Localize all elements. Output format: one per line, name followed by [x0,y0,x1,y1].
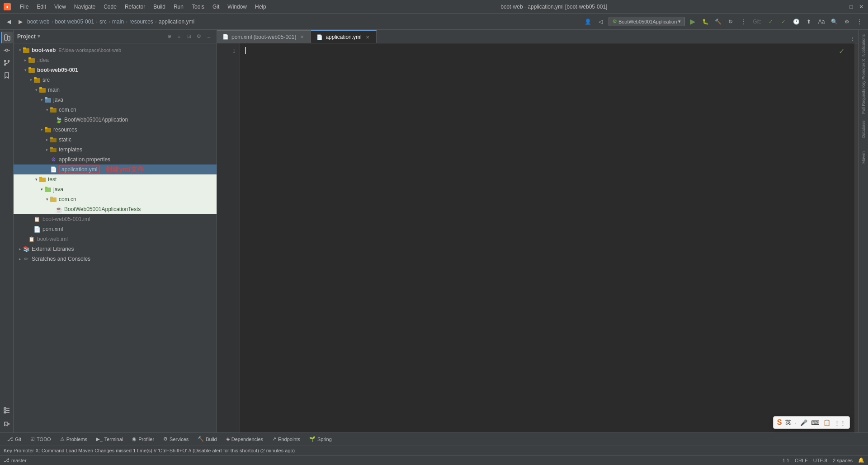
editor-scrollbar[interactable] [854,43,858,432]
menu-tools[interactable]: Tools [188,3,208,11]
menu-window[interactable]: Window [224,3,250,11]
tree-item-comcn-test[interactable]: ▾ com.cn [14,194,217,204]
tree-item-static[interactable]: ▸ static [14,135,217,145]
tree-item-appyml[interactable]: ▸ 📄 application.yml 创建yml文件 [14,164,217,174]
encoding[interactable]: UTF-8 [813,458,827,463]
breadcrumb-resources[interactable]: resources [129,19,153,25]
tree-item-module[interactable]: ▾ boot-web05-001 [14,65,217,75]
tree-item-main[interactable]: ▾ main [14,85,217,95]
panel-notifications[interactable]: Notifications [859,32,868,59]
tab-pom-xml[interactable]: 📄 pom.xml (boot-web05-001) ✕ [217,30,311,43]
panel-database[interactable]: Database [859,116,868,143]
tree-item-templates[interactable]: ▸ templates [14,145,217,155]
nav-back-icon[interactable]: ◁ [596,17,606,27]
chinese-input-grid[interactable]: ⋮⋮ [834,419,846,426]
run-button[interactable]: ▶ [688,17,698,27]
back-button[interactable]: ◀ [4,17,14,27]
settings-icon[interactable]: ⚙ [842,17,852,27]
bottom-tab-git[interactable]: ⎇ Git [4,434,25,444]
menu-file[interactable]: File [16,3,32,11]
cursor-position[interactable]: 1:1 [783,458,789,463]
chinese-input-layout[interactable]: 📋 [823,419,830,426]
tree-item-idea[interactable]: ▸ .idea [14,55,217,65]
menu-view[interactable]: View [51,3,70,11]
panel-settings-btn[interactable]: ⚙ [195,33,203,41]
sync-button[interactable]: ↻ [726,17,736,27]
breadcrumb-module[interactable]: boot-web05-001 [55,19,94,25]
file-tree[interactable]: ▾ boot-web E:\idea-workspace\boot-web ▸ … [14,43,217,432]
tab-application-yml[interactable]: 📄 application.yml ✕ [311,30,376,43]
chinese-input-mode[interactable]: 英 [785,418,791,427]
git-check-icon[interactable]: ✓ [766,17,776,27]
tree-item-appproperties[interactable]: ▸ ⚙ application.properties [14,155,217,164]
tree-item-src[interactable]: ▾ src [14,75,217,85]
tree-item-scratches[interactable]: ▸ ✏ Scratches and Consoles [14,254,217,264]
maximize-button[interactable]: □ [848,4,854,10]
panel-dropdown-arrow[interactable]: ▾ [38,33,40,39]
run-config-selector[interactable]: ⚙ BootWeb05001Application ▾ [609,17,685,26]
chinese-input-keyboard[interactable]: ⌨ [811,419,820,426]
menu-help[interactable]: Help [251,3,270,11]
bottom-tab-spring[interactable]: 🌱 Spring [306,434,335,444]
git-commit-icon[interactable]: ✓ [778,17,788,27]
more-icon[interactable]: ⋮ [854,17,864,27]
tab-pom-close[interactable]: ✕ [299,34,305,40]
panel-collapse-btn[interactable]: ≡ [175,33,183,41]
bottom-tab-services[interactable]: ⚙ Services [160,434,192,444]
git-history-icon[interactable]: 🕐 [791,17,801,27]
search-icon[interactable]: 🔍 [829,17,839,27]
tree-item-java-test[interactable]: ▾ java [14,184,217,194]
bottom-tab-todo[interactable]: ☑ TODO [27,434,55,444]
menu-code[interactable]: Code [100,3,120,11]
indent[interactable]: 2 spaces [833,458,853,463]
tab-yaml-close[interactable]: ✕ [364,34,371,40]
breadcrumb-boot-web[interactable]: boot-web [27,19,49,25]
panel-pull-requests[interactable]: Pull Requests [859,88,868,115]
line-ending[interactable]: CRLF [795,458,808,463]
tree-item-boot-web[interactable]: ▾ boot-web E:\idea-workspace\boot-web [14,45,217,55]
user-icon[interactable]: 👤 [583,17,593,27]
sidebar-bookmarks2-icon[interactable] [1,419,13,431]
tree-item-module-iml[interactable]: ▸ 📋 boot-web05-001.iml [14,214,217,224]
tree-item-comcn[interactable]: ▾ com.cn [14,105,217,115]
breadcrumb-src[interactable]: src [99,19,107,25]
bottom-tab-terminal[interactable]: ▶_ Terminal [93,434,127,444]
breadcrumb-file[interactable]: application.yml [159,19,194,25]
menu-refactor[interactable]: Refactor [121,3,149,11]
sidebar-project-icon[interactable] [1,32,13,43]
git-branch-status[interactable]: ⎇ master [4,457,27,463]
panel-maven[interactable]: Maven [859,144,868,171]
sidebar-bookmarks-icon[interactable] [1,70,13,81]
editor-content[interactable]: 1 [217,43,858,432]
build-button[interactable]: 🔨 [713,17,723,27]
sidebar-pullrequest-icon[interactable] [1,57,13,69]
translate-icon[interactable]: Aa [816,17,826,27]
more-run-button[interactable]: ⋮ [738,17,748,27]
sidebar-commit-icon[interactable] [1,44,13,56]
menu-navigate[interactable]: Navigate [71,3,99,11]
panel-close-btn[interactable]: – [205,33,213,41]
bottom-tab-dependencies[interactable]: ◈ Dependencies [222,434,267,444]
close-button[interactable]: ✕ [858,4,864,10]
menu-build[interactable]: Build [150,3,169,11]
panel-scroll-btn[interactable]: ⊡ [185,33,193,41]
sidebar-structure-icon[interactable] [1,404,13,416]
bottom-tab-endpoints[interactable]: ↗ Endpoints [269,434,304,444]
git-push-icon[interactable]: ⬆ [804,17,814,27]
tree-item-resources[interactable]: ▾ resources [14,125,217,135]
tree-item-pom[interactable]: ▸ 📄 pom.xml [14,224,217,234]
tree-item-root-iml[interactable]: ▸ 📋 boot-web.iml [14,234,217,244]
panel-key-promoter[interactable]: Key Promoter X [859,60,868,87]
code-editor[interactable] [240,43,854,432]
debug-button[interactable]: 🐛 [700,17,710,27]
tree-item-apptests[interactable]: ▸ ☕ BootWeb05001ApplicationTests [14,204,217,214]
menu-git[interactable]: Git [209,3,223,11]
tree-item-extlibs[interactable]: ▸ 📚 External Libraries [14,244,217,254]
menu-run[interactable]: Run [170,3,187,11]
bottom-tab-problems[interactable]: ⚠ Problems [57,434,91,444]
minimize-button[interactable]: ─ [838,4,844,10]
bottom-tab-profiler[interactable]: ◉ Profiler [128,434,158,444]
bottom-tab-build[interactable]: 🔨 Build [194,434,220,444]
panel-add-btn[interactable]: ⊕ [165,33,173,41]
tree-item-bootapp[interactable]: ▸ 🍃 BootWeb05001Application [14,115,217,125]
